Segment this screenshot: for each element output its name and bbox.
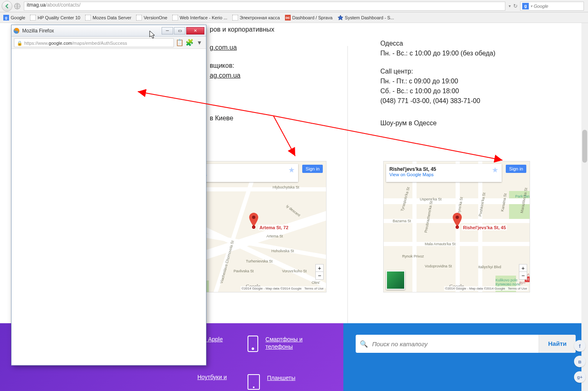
maximize-button[interactable]: ▭ <box>174 27 185 34</box>
favicon-icon <box>172 15 178 21</box>
favicon-icon <box>85 15 91 21</box>
smartphone-icon <box>248 336 258 352</box>
street-label: Italiys'kyi Blvd <box>478 265 501 269</box>
favicon-icon <box>136 15 142 21</box>
zoom-in-button[interactable]: + <box>316 264 323 272</box>
satellite-toggle[interactable] <box>386 271 405 290</box>
footer-link-notebooks[interactable]: Ноутбуки и <box>197 373 227 381</box>
bookmark-versionone[interactable]: VersionOne <box>134 14 169 21</box>
street-label: Oles' <box>312 281 320 285</box>
phones: (048) 771 -03-00, (044) 383-71-00 <box>380 96 495 106</box>
favicon-icon: oc <box>285 15 291 21</box>
map-info-card: Rishel'jevs'ka St, 45 View on Google Map… <box>386 164 502 182</box>
search-placeholder: Google <box>534 4 548 9</box>
map-signin-button[interactable]: Sign in <box>302 165 323 173</box>
catalog-search-input[interactable] <box>372 340 539 347</box>
email-link[interactable]: g.com.ua <box>210 44 237 51</box>
url-host: itmag.ua <box>27 2 46 8</box>
tablet-icon <box>248 374 260 390</box>
bookmark-label: Dashboard / Sprava <box>292 15 333 20</box>
bookmark-mozes[interactable]: Mozes Data Server <box>83 14 133 21</box>
main-url-input[interactable]: itmag.ua/about/contacts/ <box>24 2 505 11</box>
bookmark-sprava[interactable]: ocDashboard / Sprava <box>283 14 334 21</box>
bookmark-kassa[interactable]: Электронная касса <box>231 14 282 21</box>
street-label: Turhenievska St <box>246 259 273 263</box>
bookmark-label: Google <box>11 15 25 20</box>
bookmark-kerio[interactable]: Web Interface - Kerio ... <box>171 14 229 21</box>
street-label: Hlybochytska St <box>273 185 299 189</box>
bookmark-google[interactable]: gGoogle <box>2 14 27 21</box>
bookmarks-bar: gGoogle HP Quality Center 10 Mozes Data … <box>0 12 588 23</box>
minimize-button[interactable]: ─ <box>162 27 173 34</box>
social-fb-button[interactable]: f <box>574 340 586 352</box>
zoom-in-button[interactable]: + <box>519 264 527 272</box>
browser-search-input[interactable]: g ▾ Google <box>520 2 584 11</box>
popup-title: Mozilla Firefox <box>22 28 161 34</box>
social-buttons: f в g+ <box>574 340 586 383</box>
star-icon[interactable]: ★ <box>492 166 498 175</box>
cc-hours: Пн. - Пт.: с 09:00 до 19:00 <box>380 76 495 86</box>
map-zoom-controls: +− <box>315 264 324 280</box>
bookmark-label: Web Interface - Kerio ... <box>180 15 227 20</box>
map-road <box>204 165 259 292</box>
pin-label: Rishel'jevs'ka St, 45 <box>462 225 507 230</box>
svg-point-2 <box>252 216 255 219</box>
terms-link[interactable]: Terms of Use <box>508 287 527 290</box>
right-column-text: Одесса Пн. - Вс.: с 10:00 до 19:00 (без … <box>347 23 495 128</box>
zoom-out-button[interactable]: − <box>519 272 527 279</box>
url-path: /about/contacts/ <box>46 2 81 8</box>
terms-link[interactable]: Terms of Use <box>304 287 324 290</box>
page-scrollbar[interactable] <box>581 23 588 391</box>
zoom-out-button[interactable]: − <box>316 272 323 279</box>
map-zoom-controls: +− <box>519 264 527 280</box>
catalog-search-button[interactable]: Найти <box>539 335 576 353</box>
svg-point-3 <box>456 216 459 219</box>
map-attribution: ©2014 Google - Map data ©2014 Google Ter… <box>444 286 528 291</box>
popup-url-bar: 🔒https://www.google.com/maps/embed/AuthS… <box>12 37 206 49</box>
pin-shadow <box>252 225 255 229</box>
close-button[interactable]: ✕ <box>186 27 204 34</box>
lock-icon: 🔒 <box>17 41 23 46</box>
street-label: Hoholivska St <box>271 249 294 253</box>
street-label: Vorovs'koho St <box>282 269 307 273</box>
footer-link-tablets[interactable]: Планшеты <box>267 374 296 382</box>
catalog-search: 🔍 Найти <box>356 335 576 353</box>
footer-link-smartphones[interactable]: Смартфоны и телефоны <box>266 336 311 350</box>
city-name: Одесса <box>380 39 495 48</box>
street-label: Preobrazhens'ka St <box>424 201 433 233</box>
email-link[interactable]: ag.com.ua <box>210 72 241 79</box>
bookmark-page-button[interactable]: 📋 <box>176 39 184 47</box>
map-signin-button[interactable]: Sign in <box>506 165 526 173</box>
back-button[interactable] <box>2 1 12 12</box>
cc-hours: Сб. - Вс.: с 10:00 до 18:00 <box>380 86 495 96</box>
firefox-icon <box>13 28 20 34</box>
url-prefix: https://www. <box>24 41 49 46</box>
bookmark-label: HP Quality Center 10 <box>37 15 80 20</box>
scrollbar-thumb[interactable] <box>582 130 587 163</box>
mouse-cursor-icon <box>149 30 157 39</box>
url-path: /maps/embed/AuthSuccess <box>72 41 127 46</box>
menu-dropdown[interactable]: ▾ <box>195 39 204 47</box>
popup-content <box>12 49 206 365</box>
popup-window: Mozilla Firefox ─ ▭ ✕ 🔒https://www.googl… <box>11 25 206 366</box>
street-label: iy descent <box>285 204 301 218</box>
google-favicon-icon: g <box>3 15 9 21</box>
bookmark-hp[interactable]: HP Quality Center 10 <box>28 14 82 21</box>
call-center-heading: Call центр: <box>380 67 495 76</box>
addons-button[interactable]: 🧩 <box>185 39 194 47</box>
url-domain: google.com <box>49 41 72 46</box>
bookmark-label: Электронная касса <box>240 15 280 20</box>
social-gplus-button[interactable]: g+ <box>574 371 586 383</box>
dropdown-icon[interactable]: ▾ <box>509 4 511 8</box>
social-vk-button[interactable]: в <box>574 356 586 367</box>
odesa-map[interactable]: Tyraspols'ka St Uspens'ka St Preobrazhen… <box>383 161 530 292</box>
street-label: Pavlivska St <box>234 269 254 273</box>
bookmark-sysdash[interactable]: System Dashboard - S... <box>336 14 396 21</box>
map-pin-icon <box>249 213 258 227</box>
popup-titlebar[interactable]: Mozilla Firefox ─ ▭ ✕ <box>12 25 206 37</box>
reload-icon[interactable]: ↻ <box>513 3 518 9</box>
star-icon[interactable]: ★ <box>288 166 295 175</box>
map-attribution: ©2014 Google - Map data ©2014 Google Ter… <box>241 286 324 291</box>
view-on-maps-link[interactable]: View on Google Maps <box>389 172 498 177</box>
map-pin-icon <box>453 213 462 227</box>
